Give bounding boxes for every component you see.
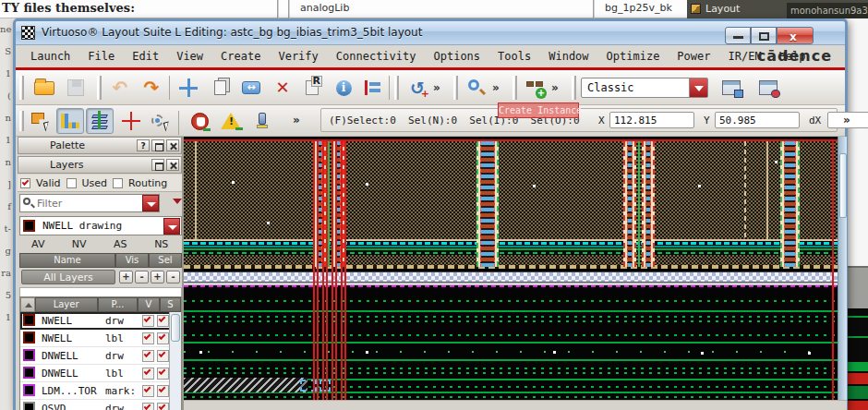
sort-button[interactable] (20, 297, 35, 312)
toolbar-grip[interactable] (19, 76, 24, 100)
filter-checkbox[interactable] (113, 178, 123, 188)
filter-dropdown-button[interactable] (142, 195, 159, 211)
menu-item[interactable]: File (88, 50, 115, 63)
menu-item[interactable]: Launch (30, 50, 70, 63)
redo-button[interactable]: ↷ (138, 75, 165, 101)
menu-item[interactable]: Connectivity (336, 50, 416, 63)
layer-column-header[interactable]: Layer (35, 297, 98, 312)
layer-row[interactable]: DNWELL lbl (20, 365, 171, 382)
layout-canvas[interactable] (184, 137, 838, 400)
v-column-header[interactable]: V (138, 297, 159, 312)
layers-close-button[interactable] (166, 159, 179, 171)
selectable-checkbox[interactable] (157, 385, 169, 397)
x-coordinate-field[interactable] (609, 112, 694, 128)
crosshair-button[interactable] (117, 108, 145, 134)
scrollbar-thumb[interactable] (839, 153, 847, 218)
select-shape-button[interactable] (27, 108, 54, 134)
filter-checkbox[interactable] (20, 178, 30, 188)
selectable-checkbox[interactable] (157, 368, 169, 380)
all-sel-plus-button[interactable]: + (151, 271, 164, 283)
menu-item[interactable]: View (176, 50, 203, 63)
close-button[interactable]: x (777, 27, 814, 44)
all-layers-button[interactable]: All Layers (21, 270, 115, 284)
menu-item[interactable]: Edit (132, 50, 159, 63)
quick-column-label[interactable]: NV (59, 238, 101, 252)
toolbar-grip[interactable] (572, 76, 576, 100)
filter-checkbox[interactable] (66, 178, 77, 188)
chevron-down-icon[interactable] (163, 218, 180, 235)
palette-close-button[interactable] (166, 139, 179, 151)
purpose-column-header[interactable]: P... (98, 297, 139, 312)
pin-button[interactable] (248, 108, 276, 134)
info-button[interactable]: i (330, 75, 357, 101)
toolbar-grip[interactable] (97, 76, 102, 100)
open-button[interactable] (30, 75, 58, 101)
visibility-checkbox[interactable] (142, 403, 154, 410)
canvas-vertical-scrollbar[interactable] (838, 137, 847, 400)
menu-item[interactable]: Window (549, 50, 588, 63)
visibility-checkbox[interactable] (142, 385, 154, 397)
overflow-chevron[interactable]: » (492, 81, 500, 94)
menu-item[interactable]: Power (677, 50, 710, 63)
chevron-down-icon[interactable] (173, 199, 182, 204)
warning-button[interactable] (217, 108, 245, 134)
vis-column-header[interactable]: Vis (115, 253, 149, 268)
overflow-chevron[interactable]: » (293, 114, 300, 127)
maximize-button[interactable] (751, 27, 777, 44)
toolbar-grip[interactable] (19, 111, 24, 131)
layer-row[interactable]: NWELL drw (20, 312, 171, 330)
scrollbar-thumb[interactable] (171, 314, 180, 342)
s-column-header[interactable]: S (160, 297, 181, 312)
all-vis-minus-button[interactable]: - (135, 271, 149, 283)
visibility-checkbox[interactable] (142, 315, 154, 327)
workspace-combobox[interactable]: Classic (581, 78, 708, 98)
layer-table-scrollbar[interactable] (169, 312, 181, 410)
active-layer-selector[interactable]: NWELL drawing (19, 216, 182, 235)
zoom-button[interactable] (463, 75, 490, 101)
visibility-checkbox[interactable] (142, 368, 154, 380)
sel-column-header[interactable]: Sel (149, 253, 182, 268)
revert-workspace-button[interactable] (754, 75, 782, 101)
layer-filter-box[interactable] (19, 194, 160, 212)
layer-row[interactable]: NWELL lbl (20, 330, 171, 347)
menu-item[interactable]: Tools (498, 50, 531, 63)
stretch-button[interactable]: ↔ (237, 75, 265, 101)
selectable-checkbox[interactable] (157, 315, 169, 327)
title-bar[interactable]: Virtuoso® Layout Suite L Editing: astc_b… (16, 21, 845, 45)
menu-item[interactable]: Verify (278, 50, 318, 63)
chevron-down-icon[interactable] (689, 78, 707, 97)
menu-item[interactable]: Options (434, 50, 481, 63)
palette-help-button[interactable]: ? (137, 139, 150, 151)
partial-select-button[interactable] (147, 108, 175, 134)
save-workspace-button[interactable] (717, 75, 745, 101)
menu-item[interactable]: Create (221, 50, 260, 63)
create-via-button[interactable]: + (522, 75, 549, 101)
minimize-button[interactable] (725, 27, 751, 44)
update-button[interactable]: ↺+ (404, 75, 431, 101)
copy-button[interactable] (206, 75, 234, 101)
move-button[interactable] (175, 75, 202, 101)
rotate-properties-button[interactable]: R (298, 75, 326, 101)
quick-column-label[interactable]: AS (100, 238, 141, 252)
overflow-chevron[interactable]: » (551, 81, 559, 94)
visibility-checkbox[interactable] (142, 332, 154, 344)
layer-row[interactable]: DNWELL drw (20, 347, 171, 365)
layers-header[interactable]: Layers (18, 156, 182, 174)
overflow-chevron[interactable]: » (433, 81, 440, 94)
selectable-checkbox[interactable] (157, 403, 169, 410)
layer-filter-input[interactable] (37, 196, 139, 211)
all-vis-plus-button[interactable]: + (119, 271, 133, 283)
toolbar-grip[interactable] (453, 76, 458, 100)
toolbar-grip[interactable] (394, 76, 399, 100)
create-path-button[interactable] (56, 108, 84, 134)
delete-button[interactable]: ✕ (269, 75, 296, 101)
name-column-header[interactable]: Name (19, 253, 115, 268)
save-button[interactable] (62, 75, 90, 101)
palette-float-button[interactable] (151, 139, 164, 151)
quick-column-label[interactable]: AV (18, 238, 59, 252)
undo-button[interactable]: ↶ (106, 75, 134, 101)
align-button[interactable] (359, 75, 387, 101)
quick-column-label[interactable]: NS (141, 238, 183, 252)
overflow-chevron[interactable]: » (843, 114, 850, 127)
layer-stack-button[interactable] (86, 108, 114, 134)
